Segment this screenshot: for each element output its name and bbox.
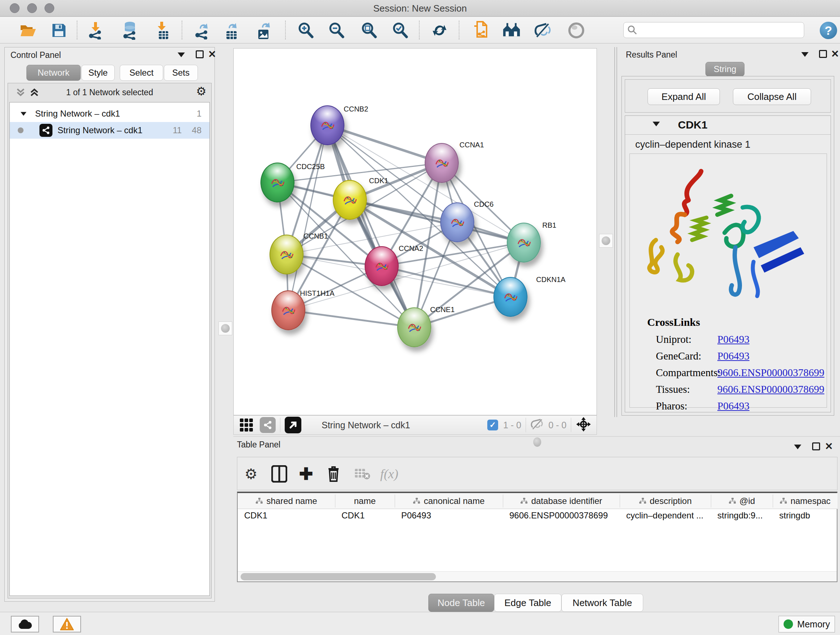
expand-all-button[interactable]: Expand All [647, 88, 720, 105]
table-cell[interactable]: cyclin–dependent ... [624, 510, 710, 521]
panel-menu-icon[interactable] [794, 445, 801, 449]
zoom-selected-button[interactable] [391, 21, 409, 40]
panel-float-icon[interactable] [819, 50, 827, 58]
import-network-file-button[interactable] [86, 21, 104, 40]
toolbar-separator [459, 21, 459, 40]
crosslink-link[interactable]: 9606.ENSP00000378699 [717, 383, 824, 395]
panel-close-icon[interactable]: ✕ [825, 442, 833, 450]
apply-layout-button[interactable] [431, 21, 448, 40]
right-splitter-handle[interactable] [599, 234, 613, 248]
table-cell[interactable]: stringdb [777, 510, 837, 521]
function-builder-icon[interactable]: f(x) [379, 464, 399, 484]
column-header-namespac[interactable]: namespac [773, 493, 837, 509]
panel-menu-icon[interactable] [178, 52, 185, 57]
node-label-ccna1: CCNA1 [459, 141, 484, 149]
node-ccnb1[interactable] [270, 234, 303, 274]
import-table-button[interactable] [153, 21, 172, 40]
open-session-button[interactable] [19, 21, 37, 40]
network-canvas[interactable]: CCNB2CCNA1CDC25BCDK1CDC6RB1CCNB1CCNA2CDK… [233, 48, 597, 415]
warning-button[interactable] [53, 616, 81, 632]
title-bar: Session: New Session [0, 0, 840, 17]
column-header-description[interactable]: description [620, 493, 711, 509]
table-cell[interactable]: stringdb:9... [715, 510, 772, 521]
node-ccna1[interactable] [425, 143, 459, 183]
node-ccnb2[interactable] [310, 105, 344, 145]
node-rb1[interactable] [507, 223, 541, 263]
tab-node-table[interactable]: Node Table [428, 594, 494, 612]
scrollbar-thumb[interactable] [240, 573, 436, 580]
delete-table-icon[interactable] [352, 464, 373, 484]
node-cdk1[interactable] [333, 180, 367, 220]
collapse-all-button[interactable]: Collapse All [733, 88, 811, 105]
column-header-name[interactable]: name [335, 493, 395, 509]
crosslink-link[interactable]: P06493 [717, 400, 750, 412]
table-cell[interactable]: CDK1 [242, 510, 334, 521]
collection-label: String Network – cdk1 [35, 109, 120, 119]
panel-float-icon[interactable] [196, 50, 204, 58]
help-button[interactable]: ? [820, 22, 837, 39]
memory-button[interactable]: Memory [778, 616, 835, 632]
tab-string[interactable]: String [706, 62, 745, 76]
table-cell[interactable]: 9606.ENSP00000378699 [507, 510, 619, 521]
table-cell[interactable]: P06493 [399, 510, 502, 521]
table-horizontal-scrollbar[interactable] [238, 571, 837, 581]
crosslink-link[interactable]: P06493 [717, 333, 750, 345]
node-cdkn1a[interactable] [493, 277, 527, 317]
node-cdc6[interactable] [440, 203, 474, 242]
show-sphere-button[interactable] [567, 21, 585, 40]
zoom-in-button[interactable] [297, 21, 315, 40]
node-ccna2[interactable] [365, 246, 399, 286]
search-input[interactable] [623, 22, 804, 38]
selected-checkbox-icon[interactable]: ✓ [487, 420, 498, 431]
table-cell[interactable]: CDK1 [339, 510, 394, 521]
panel-menu-icon[interactable] [801, 52, 808, 57]
tab-network[interactable]: Network [27, 65, 81, 81]
node-label-hist1h1a: HIST1H1A [300, 289, 335, 298]
tab-network-table[interactable]: Network Table [561, 594, 643, 612]
share-view-icon[interactable] [260, 417, 276, 433]
export-image-button[interactable] [255, 21, 273, 40]
string-home-button[interactable] [502, 21, 521, 40]
zoom-out-button[interactable] [327, 21, 346, 40]
network-options-gear-icon[interactable]: ⚙ [196, 86, 207, 97]
birdseye-crosshair-icon[interactable] [576, 416, 592, 434]
table-options-gear-icon[interactable]: ⚙ [241, 464, 261, 484]
panel-close-icon[interactable]: ✕ [831, 50, 839, 58]
show-columns-icon[interactable] [269, 464, 289, 484]
hide-glasses-button[interactable] [534, 21, 552, 40]
tab-select[interactable]: Select [120, 65, 163, 81]
crosslinks-heading: CrossLinks [647, 316, 700, 328]
hidden-eye-icon[interactable] [531, 418, 545, 432]
save-session-button[interactable] [50, 21, 68, 40]
network-row[interactable]: String Network – cdk1 11 48 [10, 122, 210, 139]
panel-close-icon[interactable]: ✕ [208, 50, 216, 58]
grid-view-icon[interactable] [237, 416, 256, 434]
protein-collapse-icon[interactable] [653, 122, 660, 126]
horizontal-splitter-handle[interactable] [533, 437, 541, 447]
add-column-icon[interactable]: ✚ [296, 464, 316, 484]
zoom-fit-button[interactable] [360, 21, 378, 40]
crosslink-link[interactable]: 9606.ENSP00000378699 [717, 367, 824, 379]
node-ccne1[interactable] [397, 307, 431, 347]
delete-column-trash-icon[interactable] [324, 464, 344, 484]
collection-expand-icon[interactable] [21, 112, 27, 116]
open-in-new-window-icon[interactable] [285, 417, 302, 433]
column-header-canonical-name[interactable]: canonical name [395, 493, 503, 509]
column-header-database-identifier[interactable]: database identifier [503, 493, 620, 509]
export-table-button[interactable] [222, 21, 240, 40]
tab-edge-table[interactable]: Edge Table [494, 594, 561, 612]
tab-sets[interactable]: Sets [164, 65, 198, 81]
panel-float-icon[interactable] [812, 442, 820, 450]
tab-style[interactable]: Style [81, 65, 115, 81]
import-network-database-button[interactable] [121, 21, 139, 40]
network-collection-row[interactable]: String Network – cdk1 1 [10, 105, 210, 122]
column-header--id[interactable]: @id [711, 493, 773, 509]
node-cdc25b[interactable] [261, 163, 294, 203]
crosslink-link[interactable]: P06493 [717, 350, 750, 362]
cloud-button[interactable] [11, 616, 39, 632]
export-network-button[interactable] [193, 21, 210, 40]
string-export-document-button[interactable] [471, 21, 489, 40]
node-table[interactable]: shared namenamecanonical namedatabase id… [237, 492, 837, 582]
column-header-shared-name[interactable]: shared name [238, 493, 335, 509]
left-splitter-handle[interactable] [218, 321, 232, 335]
